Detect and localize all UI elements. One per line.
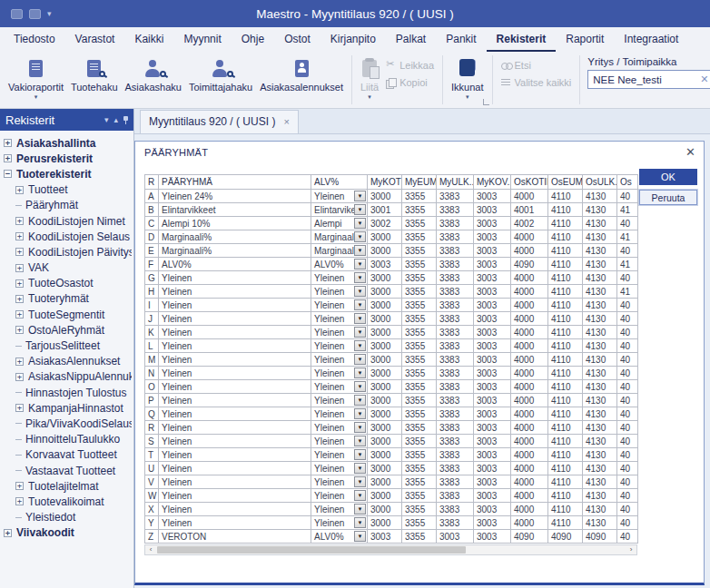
expand-icon[interactable]: + [15,373,24,381]
sidebar-item-vastaavat-tuotteet[interactable]: Vastaavat Tuotteet [4,463,132,478]
table-row-I[interactable]: IYleinenYleinen▼300033553383300340004110… [145,299,638,312]
column-header-myulk[interactable]: MyULK... [437,175,474,190]
table-row-B[interactable]: BElintarvikkeetElintarvike▼3001335533833… [145,203,638,217]
sidebar-item-tuoteryhm-t[interactable]: +Tuoteryhmät [4,291,132,307]
menu-item-rekisterit[interactable]: Rekisterit [487,28,557,52]
column-header-osulk[interactable]: OsULK... [583,175,617,190]
expand-icon[interactable]: + [15,295,24,303]
dropdown-arrow-icon[interactable]: ▼ [354,463,366,474]
sidebar-item-korvaavat-tuotteet[interactable]: Korvaavat Tuotteet [4,447,132,463]
table-row-P[interactable]: PYleinenYleinen▼300033553383300340004110… [145,394,638,407]
dropdown-arrow-icon[interactable]: ▼ [354,395,366,406]
dropdown-arrow-icon[interactable]: ▼ [354,259,366,270]
table-row-W[interactable]: WYleinenYleinen▼300033553383300340004110… [145,489,638,503]
sidebar-item-koodilistojen-nimet[interactable]: +KoodiListojen Nimet [4,213,132,229]
alv-select-cell[interactable]: Yleinen▼ [311,299,368,312]
table-row-X[interactable]: XYleinenYleinen▼300033553383300340004110… [145,503,638,516]
table-row-J[interactable]: JYleinenYleinen▼300033553383300340004110… [145,312,638,326]
toimittajahaku-button[interactable]: Toimittajahaku [185,54,256,108]
alv-select-cell[interactable]: Yleinen▼ [311,421,368,435]
menu-item-varastot[interactable]: Varastot [65,28,125,52]
sidebar-item-kampanjahinnastot[interactable]: +KampanjaHinnastot [4,400,132,416]
table-row-F[interactable]: FALV0%ALV0%▼3003335533833003409041104130… [145,258,638,271]
expand-icon[interactable]: + [15,310,24,318]
dropdown-arrow-icon[interactable]: ▼ [354,231,366,242]
expand-icon[interactable]: + [15,404,24,412]
table-row-Q[interactable]: QYleinenYleinen▼300033553383300340004110… [145,407,638,421]
windows-button[interactable]: Ikkunat ▾ [448,54,487,108]
dropdown-arrow-icon[interactable]: ▼ [354,204,366,215]
expand-icon[interactable]: + [15,264,24,272]
column-header-mykov[interactable]: MyKOV... [474,175,511,190]
expand-icon[interactable]: + [4,139,12,147]
expand-icon[interactable]: + [15,217,24,225]
close-icon[interactable]: ✕ [685,145,695,159]
column-header-r[interactable]: R [145,175,159,190]
tab-close-icon[interactable]: × [283,117,289,127]
sidebar-item-tuotesegmentit[interactable]: +TuoteSegmentit [4,307,132,322]
scroll-right-icon[interactable]: › [626,545,636,554]
table-row-G[interactable]: GYleinenYleinen▼300033553383300340004110… [145,271,638,285]
alv-select-cell[interactable]: Yleinen▼ [311,339,368,353]
alv-select-cell[interactable]: Yleinen▼ [311,285,368,299]
column-header-oseum[interactable]: OsEUM... [548,175,583,190]
alv-select-cell[interactable]: Yleinen▼ [311,190,368,203]
alv-select-cell[interactable]: Yleinen▼ [311,435,368,448]
vakioraportit-button[interactable]: Vakioraportit▾ [5,54,67,108]
table-row-O[interactable]: OYleinenYleinen▼300033553383300340004110… [145,380,638,394]
sidebar-item-tuotteet[interactable]: +Tuotteet [4,182,132,198]
column-header-alv[interactable]: ALV% [311,175,368,190]
dropdown-arrow-icon[interactable]: ▼ [354,422,366,433]
sidebar-item-tuotelajitelmat[interactable]: +Tuotelajitelmat [4,478,132,494]
alv-select-cell[interactable]: Yleinen▼ [311,367,368,380]
sidebar-item-tuoterekisterit[interactable]: −Tuoterekisterit [4,166,132,181]
alv-select-cell[interactable]: Yleinen▼ [311,353,368,367]
alv-select-cell[interactable]: Elintarvike▼ [311,203,368,217]
asiakasalennukset-button[interactable]: Asiakasalennukset [256,54,347,108]
alv-select-cell[interactable]: Yleinen▼ [311,407,368,421]
table-row-K[interactable]: KYleinenYleinen▼300033553383300340004110… [145,326,638,339]
pin-icon[interactable] [123,116,128,124]
dropdown-arrow-icon[interactable]: ▼ [354,449,366,460]
cut-button[interactable]: Leikkaa [386,60,434,71]
ok-button[interactable]: OK [639,169,697,185]
table-row-Y[interactable]: YYleinenYleinen▼300033553383300340004110… [145,516,638,530]
alv-select-cell[interactable]: Yleinen▼ [311,326,368,339]
column-header-oskotim[interactable]: OsKOTIM [511,175,548,190]
sidebar-item-tuoteosastot[interactable]: +TuoteOsastot [4,276,132,291]
chevron-down-icon[interactable]: ▾ [104,115,109,124]
sidebar-item-p-ryhm-t[interactable]: Pääryhmät [4,198,132,213]
sidebar-item-koodilistojen-p-ivitysajo[interactable]: +KoodiListojen PäivitysAjo [4,244,132,260]
alv-select-cell[interactable]: Yleinen▼ [311,503,368,516]
quick-access-caret-icon[interactable]: ▾ [47,10,52,18]
alv-select-cell[interactable]: Marginaal▼ [311,230,368,244]
sidebar-item-tuotevalikoimat[interactable]: +Tuotevalikoimat [4,494,132,509]
scroll-left-icon[interactable]: ‹ [145,545,156,554]
expand-icon[interactable]: + [15,279,24,288]
collapse-icon[interactable]: − [4,170,12,178]
cancel-button[interactable]: Peruuta [639,190,697,205]
alv-select-cell[interactable]: Alempi▼ [311,217,368,230]
table-row-R[interactable]: RYleinenYleinen▼300033553383300340004110… [145,421,638,435]
alv-select-cell[interactable]: Yleinen▼ [311,489,368,503]
table-row-V[interactable]: VYleinenYleinen▼300033553383300340004110… [145,475,638,489]
quick-print-icon[interactable] [11,9,23,19]
table-row-M[interactable]: MYleinenYleinen▼300033553383300340004110… [145,353,638,367]
quick-preview-icon[interactable] [29,9,41,19]
dropdown-arrow-icon[interactable]: ▼ [354,272,366,283]
alv-select-cell[interactable]: Yleinen▼ [311,448,368,462]
alv-select-cell[interactable]: Yleinen▼ [311,271,368,285]
expand-icon[interactable]: + [4,154,12,162]
sidebar-item-ostoaleryhm-t[interactable]: +OstoAleRyhmät [4,322,132,338]
alv-select-cell[interactable]: Yleinen▼ [311,516,368,530]
dropdown-arrow-icon[interactable]: ▼ [354,490,366,501]
menu-item-raportit[interactable]: Raportit [556,28,614,52]
dropdown-arrow-icon[interactable]: ▼ [354,340,366,351]
menu-item-pankit[interactable]: Pankit [436,28,486,52]
company-combobox[interactable]: NEE Nee_testi ✕ ▼ [587,70,710,89]
alv-select-cell[interactable]: ALV0%▼ [311,530,368,544]
find-button[interactable]: Etsi [501,60,572,71]
dropdown-arrow-icon[interactable]: ▼ [354,504,366,514]
table-row-E[interactable]: EMarginaali%Marginaal▼300033553383300340… [145,244,638,258]
menu-item-kirjanpito[interactable]: Kirjanpito [320,28,386,52]
